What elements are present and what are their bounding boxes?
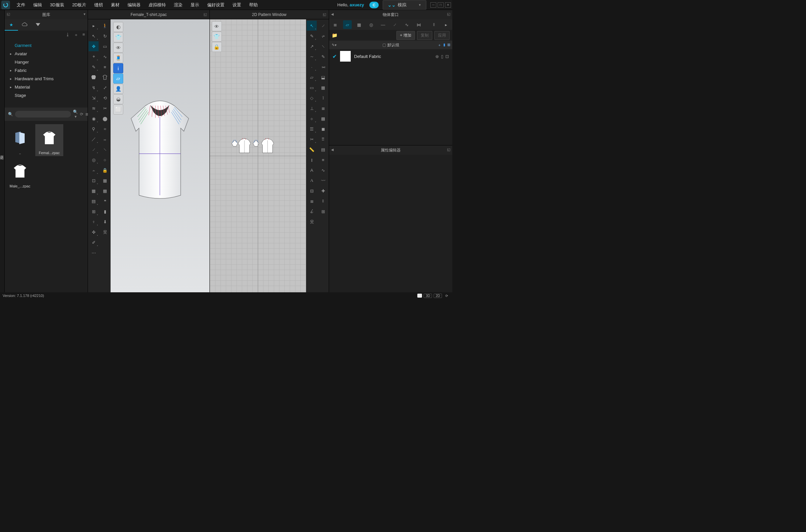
tool-line[interactable]: ／▾ [89, 134, 98, 144]
tool2d-curve[interactable]: ～▾ [307, 52, 317, 62]
tool2d-sewing-mn[interactable]: ⫘ [318, 62, 328, 72]
tool-hole[interactable]: ○ [100, 155, 110, 165]
tool-avatar-tape[interactable]: ✜▾ [89, 227, 98, 237]
tool-garment-fit[interactable]: ♀▾ [89, 217, 98, 227]
thumb-female-tshirt[interactable]: Femal...zpac [35, 124, 63, 156]
tool-strengthen[interactable]: ≡ [100, 62, 110, 72]
tool-scale[interactable]: ⤢ [100, 82, 110, 93]
more-3d-a[interactable]: ⋯ [89, 248, 98, 258]
tab-cloud[interactable] [18, 19, 31, 31]
tree-hardware[interactable]: ▸Hardware and Trims [8, 75, 84, 83]
menu-setting[interactable]: 设置 [228, 0, 245, 10]
tool2d-pleat2[interactable]: ⫴ [318, 196, 328, 206]
tool-graphic[interactable]: ▤▾ [89, 196, 98, 206]
tool2d-gift[interactable]: ⊞ [318, 206, 328, 216]
chevron-left-icon[interactable]: ◀ [331, 148, 334, 151]
menu-edit[interactable]: 编辑 [29, 0, 46, 10]
tool2d-checker[interactable]: ▩ [318, 114, 328, 124]
fabric-row[interactable]: ✔ Default Fabric ⊕ ▯ ⊡ [329, 49, 452, 63]
tree-material[interactable]: ▸Material [8, 83, 84, 91]
tool-sew[interactable]: ⚲▾ [89, 124, 98, 134]
window-maximize[interactable]: □ [438, 2, 444, 8]
popout-icon[interactable]: ◱ [447, 12, 450, 16]
tool2d-sewing-free[interactable]: ⟍ [318, 41, 328, 51]
tool-pants[interactable]: ▮ [100, 206, 110, 216]
tool-pin[interactable]: ✎▾ [89, 62, 98, 72]
tool-stitch[interactable]: ≋▾ [89, 103, 98, 113]
assign-icon[interactable]: ⊕ [435, 54, 439, 59]
tool2d-rect[interactable]: ▭▾ [307, 82, 317, 93]
tree-avatar[interactable]: ▸Avatar [8, 50, 84, 58]
download-icon[interactable]: ⭳ [65, 32, 70, 38]
tool-fold[interactable]: ⇲▾ [89, 93, 98, 103]
menu-editor[interactable]: 编辑器 [124, 0, 145, 10]
tool2d-text-a[interactable]: A [307, 165, 317, 175]
tool2d-transform[interactable]: ↗▾ [307, 41, 317, 51]
objtab-line[interactable]: — [379, 20, 387, 29]
add-button[interactable]: + 增加 [396, 31, 415, 40]
tool-mesh[interactable] [89, 72, 98, 82]
float-2d-lock[interactable]: 🔒 [212, 42, 222, 52]
window-close[interactable]: ✕ [445, 2, 451, 8]
refresh-icon[interactable]: ⟳ [444, 294, 450, 298]
float-shade-mesh[interactable]: 👁 [113, 43, 123, 53]
tool2d-addpoint[interactable]: ·▾ [307, 62, 317, 72]
tool-tack[interactable]: ◉▾ [89, 114, 98, 124]
float-shade-stress[interactable]: 🧵 [113, 53, 123, 63]
objtab-bow[interactable]: ⋈ [415, 20, 423, 29]
tool2d-marker[interactable]: ✚ [318, 186, 328, 196]
status-3d[interactable]: 3D [424, 293, 432, 298]
menu-render[interactable]: 渲染 [170, 0, 187, 10]
apply-button[interactable]: 应用 [434, 31, 450, 40]
float-2d-info[interactable]: 👕 [212, 32, 222, 42]
tool-run[interactable]: 🚶 [100, 21, 110, 31]
tool2d-slash[interactable]: ✂▾ [307, 134, 317, 144]
tool2d-dart[interactable]: ◇▾ [307, 93, 317, 103]
float-shade-solid[interactable]: ◐ [113, 22, 123, 32]
tool-move[interactable]: ✥ [89, 41, 98, 51]
tool-select[interactable]: ↖▾ [89, 31, 98, 41]
tree-garment[interactable]: Garment [8, 41, 84, 50]
tool2d-text-b[interactable]: A [307, 175, 317, 186]
menu-file[interactable]: 文件 [13, 0, 29, 10]
tool2d-texture[interactable]: ▤ [318, 145, 328, 154]
tab-favorites[interactable]: ★ [5, 19, 18, 31]
add-icon[interactable]: ＋ [74, 32, 78, 38]
tool2d-poly[interactable]: ▱▾ [307, 72, 317, 82]
tool2d-grading[interactable]: 웃 [307, 217, 317, 227]
link-icon[interactable]: ▯ [441, 54, 443, 59]
tool2d-fill[interactable]: ◼ [318, 124, 328, 134]
expand-icon[interactable]: ⊞ [447, 43, 450, 48]
tool-zipper[interactable]: ⫠▾ [89, 165, 98, 175]
tool-cut-3d[interactable]: ✂ [100, 103, 110, 113]
objtab-stitch[interactable]: ⟋ [391, 20, 399, 29]
folder-icon[interactable]: 📁 [332, 33, 337, 38]
float-2d-view[interactable]: 👁 [212, 21, 222, 31]
tree-stage[interactable]: Stage [8, 91, 84, 99]
tool-rotate[interactable]: ⟲ [100, 93, 110, 103]
tool2d-ruler[interactable]: 📏 [307, 145, 317, 154]
tool-grid-3d[interactable]: ▦ [100, 175, 110, 186]
float-surface[interactable]: ▱ [113, 74, 123, 83]
2d-viewport[interactable]: 👁 👕 🔒 [210, 19, 306, 292]
tool2d-binding[interactable]: ⊟ [307, 186, 317, 196]
tool2d-steam2[interactable]: ▦ [318, 82, 328, 93]
popout-icon[interactable]: ◱ [323, 12, 326, 17]
objtab-more[interactable]: ▸ [442, 20, 450, 29]
tool-sew2[interactable]: ⨝ [100, 134, 110, 144]
3d-viewport[interactable]: ◐ 👕 👁 🧵 i ▱ 👤 ◒ ⬜ [111, 19, 209, 292]
check-icon[interactable]: ✔ [332, 53, 337, 60]
tool-soft[interactable]: ∿ [100, 52, 110, 62]
siderail-history[interactable]: 历史记录 [0, 149, 4, 157]
group-bar[interactable]: ✎▾ ▢ 默认组 ＋ ▮ ⊞ [329, 41, 452, 49]
chevron-down-icon[interactable]: ▾ [83, 12, 86, 16]
library-search-input[interactable] [15, 111, 71, 117]
tool2d-trace[interactable]: ⟐▾ [307, 114, 317, 124]
menu-3d-garment[interactable]: 3D服装 [46, 0, 68, 10]
popout-icon[interactable]: ◱ [7, 12, 10, 16]
tool-export3d[interactable]: ⬇ [100, 217, 110, 227]
popout-icon[interactable]: ◱ [204, 12, 207, 17]
menu-material[interactable]: 素材 [107, 0, 124, 10]
pen-icon[interactable]: ✎▾ [332, 43, 337, 47]
menu-icon[interactable]: ≡ [82, 32, 85, 38]
